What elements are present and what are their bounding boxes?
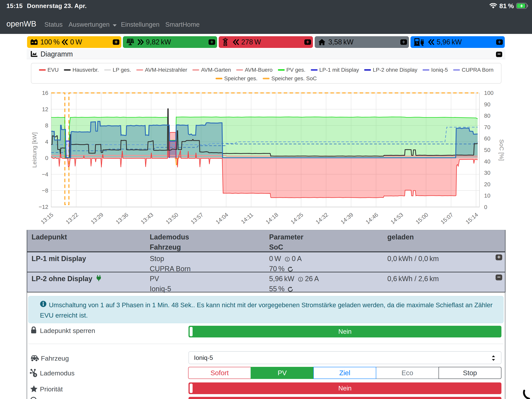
svg-text:−4: −4 bbox=[42, 171, 48, 178]
svg-text:14:18: 14:18 bbox=[265, 211, 279, 225]
svg-text:14:39: 14:39 bbox=[340, 211, 355, 225]
svg-text:50: 50 bbox=[484, 147, 490, 153]
svg-text:100: 100 bbox=[484, 90, 494, 96]
svg-text:16: 16 bbox=[42, 90, 48, 96]
svg-text:15:00: 15:00 bbox=[415, 211, 429, 225]
svg-text:14:46: 14:46 bbox=[365, 211, 379, 225]
svg-text:12: 12 bbox=[42, 106, 48, 112]
svg-text:13:36: 13:36 bbox=[115, 211, 129, 225]
svg-text:14:32: 14:32 bbox=[315, 211, 329, 225]
svg-text:13:22: 13:22 bbox=[65, 211, 79, 225]
svg-text:4: 4 bbox=[45, 139, 48, 145]
svg-text:60: 60 bbox=[484, 135, 490, 142]
svg-text:15:07: 15:07 bbox=[439, 211, 454, 225]
svg-text:8: 8 bbox=[45, 122, 48, 129]
svg-text:13:57: 13:57 bbox=[190, 211, 204, 225]
svg-text:70: 70 bbox=[484, 124, 490, 130]
svg-text:90: 90 bbox=[484, 101, 490, 108]
svg-text:14:04: 14:04 bbox=[215, 211, 229, 225]
svg-text:−8: −8 bbox=[42, 187, 48, 194]
svg-text:13:43: 13:43 bbox=[140, 211, 154, 225]
svg-text:Leistung [kW]: Leistung [kW] bbox=[31, 132, 38, 168]
svg-text:1: 1 bbox=[286, 257, 288, 261]
svg-text:13:29: 13:29 bbox=[89, 211, 104, 225]
svg-text:1: 1 bbox=[300, 278, 301, 281]
svg-text:15:14: 15:14 bbox=[464, 211, 479, 225]
svg-text:30: 30 bbox=[484, 170, 490, 176]
svg-text:80: 80 bbox=[484, 113, 490, 119]
svg-text:10: 10 bbox=[484, 193, 490, 199]
svg-text:0: 0 bbox=[484, 204, 487, 210]
svg-text:14:11: 14:11 bbox=[240, 211, 254, 225]
svg-text:SoC [%]: SoC [%] bbox=[499, 139, 505, 161]
svg-text:14:25: 14:25 bbox=[290, 211, 304, 225]
svg-text:0: 0 bbox=[45, 155, 48, 161]
svg-text:13:50: 13:50 bbox=[165, 211, 179, 225]
svg-text:40: 40 bbox=[484, 158, 490, 165]
svg-text:14:53: 14:53 bbox=[389, 211, 404, 225]
svg-text:20: 20 bbox=[484, 181, 490, 187]
svg-text:13:15: 13:15 bbox=[40, 211, 55, 225]
svg-text:−12: −12 bbox=[39, 204, 48, 210]
